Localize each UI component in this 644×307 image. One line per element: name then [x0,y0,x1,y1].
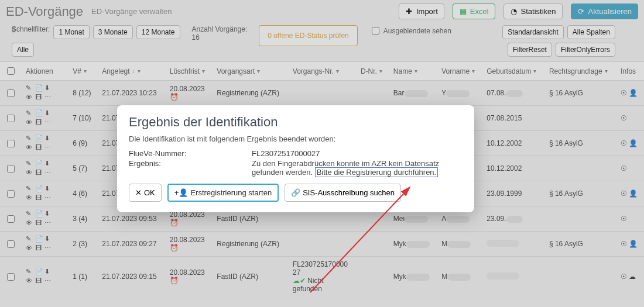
identification-result-modal: Ergebnis der Identifikation Die Identifi… [117,105,474,212]
ergebnis-label: Ergebnis: [129,159,252,177]
ok-button[interactable]: ✕ OK [129,184,162,202]
close-icon: ✕ [135,188,142,197]
link-icon: 🔗 [291,188,300,197]
flueve-value: FL23072517000027 [252,149,463,158]
modal-lead: Die Identifikation ist mit folgendem Erg… [129,134,463,143]
person-add-icon: +👤 [174,188,189,197]
erstregistrierung-button[interactable]: +👤 Erstregistrierung starten [167,184,279,202]
ergebnis-emphasis: Bitte die Registrierung durchführen. [315,167,439,177]
ergebnis-value: Zu den Fingerabdrücken konnte im AZR kei… [252,159,463,177]
modal-title: Ergebnis der Identifikation [129,115,463,130]
sis-suchen-button[interactable]: 🔗 SIS-Ausschreibung suchen [285,184,401,202]
flueve-label: FlueVe-Nummer: [129,149,252,158]
